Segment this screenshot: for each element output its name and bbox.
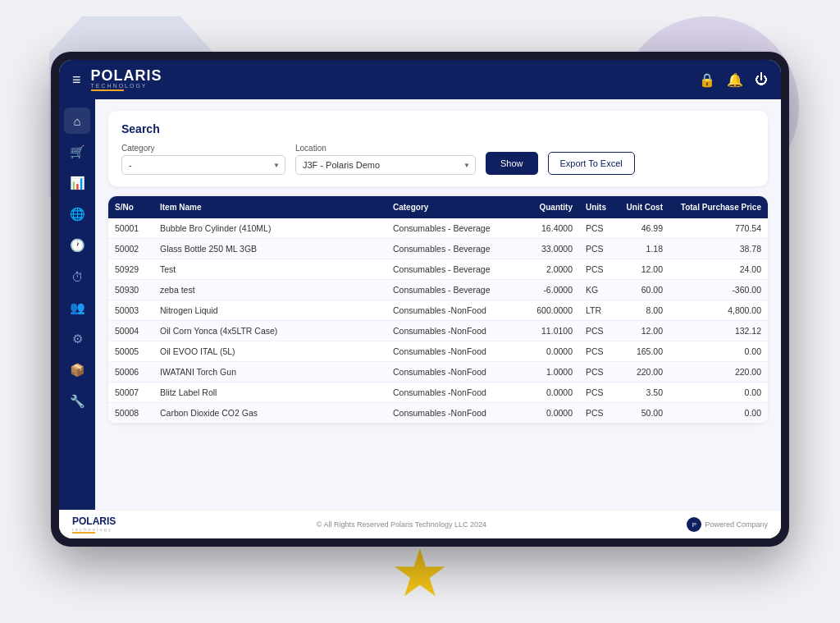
logo-bar: [91, 89, 124, 91]
show-button[interactable]: Show: [486, 152, 538, 175]
cell-item: Test: [153, 259, 386, 280]
sidebar-item-globe[interactable]: 🌐: [64, 201, 90, 227]
logo-subtitle: technology: [91, 83, 148, 89]
cell-total: 132.12: [669, 321, 768, 341]
logo: POLARIS technology: [91, 68, 162, 91]
cell-sno: 50007: [108, 383, 153, 403]
cell-unit-cost: 50.00: [616, 403, 669, 424]
search-title: Search: [121, 122, 755, 135]
sidebar-item-clock[interactable]: 🕐: [64, 232, 90, 259]
cell-sno: 50929: [108, 259, 153, 280]
table-row: 50002 Glass Bottle 250 ML 3GB Consumable…: [108, 239, 768, 259]
cell-qty: 0.0000: [518, 403, 579, 424]
category-group: Category -: [121, 144, 285, 175]
cell-sno: 50004: [108, 321, 153, 341]
sidebar-item-users[interactable]: 👥: [64, 295, 90, 321]
cell-qty: 16.4000: [518, 218, 579, 239]
table-row: 50003 Nitrogen Liquid Consumables -NonFo…: [108, 300, 768, 321]
sidebar-item-home[interactable]: ⌂: [64, 108, 90, 134]
navbar-left: ≡ POLARIS technology: [72, 68, 162, 91]
sidebar-item-cart[interactable]: 🛒: [64, 139, 90, 165]
cell-category: Consumables -NonFood: [386, 383, 518, 403]
cell-category: Consumables - Beverage: [386, 218, 518, 239]
content-area: Search Category - Location: [95, 99, 781, 510]
sidebar-item-chart[interactable]: 📊: [64, 170, 90, 196]
cell-total: -360.00: [669, 280, 768, 300]
cell-total: 38.78: [669, 239, 768, 259]
search-panel: Search Category - Location: [108, 111, 768, 186]
table-header-row: S/No Item Name Category Quantity Units U…: [108, 196, 768, 218]
table-container: S/No Item Name Category Quantity Units U…: [108, 196, 768, 424]
cell-total: 220.00: [669, 362, 768, 383]
cell-units: PCS: [579, 239, 616, 259]
cell-units: PCS: [579, 341, 616, 362]
sidebar-item-box[interactable]: 📦: [64, 357, 90, 383]
cell-units: PCS: [579, 383, 616, 403]
cell-units: PCS: [579, 218, 616, 239]
footer: POLARIS technology © All Rights Reserved…: [59, 510, 781, 538]
hamburger-icon[interactable]: ≡: [72, 71, 81, 89]
location-select-wrapper: J3F - Polaris Demo: [295, 155, 476, 175]
table-body: 50001 Bubble Bro Cylinder (410ML) Consum…: [108, 218, 768, 424]
cell-unit-cost: 3.50: [616, 383, 669, 403]
category-select[interactable]: -: [121, 155, 285, 175]
cell-sno: 50003: [108, 300, 153, 321]
col-header-category: Category: [386, 196, 518, 218]
sidebar: ⌂ 🛒 📊 🌐 🕐 ⏱ 👥 ⚙ 📦 🔧: [59, 99, 95, 510]
cell-sno: 50002: [108, 239, 153, 259]
cell-item: Carbon Dioxide CO2 Gas: [153, 403, 386, 424]
cell-item: zeba test: [153, 280, 386, 300]
location-group: Location J3F - Polaris Demo: [295, 144, 476, 175]
col-header-units: Units: [579, 196, 616, 218]
cell-sno: 50006: [108, 362, 153, 383]
col-header-quantity: Quantity: [518, 196, 579, 218]
cell-unit-cost: 12.00: [616, 321, 669, 341]
location-select[interactable]: J3F - Polaris Demo: [295, 155, 476, 175]
cell-total: 24.00: [669, 259, 768, 280]
table-row: 50008 Carbon Dioxide CO2 Gas Consumables…: [108, 403, 768, 424]
cell-units: PCS: [579, 362, 616, 383]
cell-sno: 50005: [108, 341, 153, 362]
lock-icon[interactable]: 🔒: [699, 72, 715, 88]
powered-label: Powered Company: [705, 520, 768, 529]
sidebar-item-settings2[interactable]: ⚙: [64, 326, 90, 352]
cell-unit-cost: 8.00: [616, 300, 669, 321]
cell-units: PCS: [579, 403, 616, 424]
footer-powered: P Powered Company: [687, 517, 768, 532]
location-label: Location: [295, 144, 476, 153]
cell-item: Blitz Label Roll: [153, 383, 386, 403]
main-layout: ⌂ 🛒 📊 🌐 🕐 ⏱ 👥 ⚙ 📦 🔧 Search Categ: [59, 99, 781, 510]
cell-category: Consumables -NonFood: [386, 321, 518, 341]
power-icon[interactable]: ⏻: [755, 72, 768, 87]
bell-icon[interactable]: 🔔: [727, 72, 743, 88]
sidebar-item-gear[interactable]: 🔧: [64, 388, 90, 415]
col-header-total: Total Purchase Price: [669, 196, 768, 218]
cell-total: 0.00: [669, 383, 768, 403]
export-button[interactable]: Export To Excel: [548, 152, 635, 175]
cell-category: Consumables - Beverage: [386, 280, 518, 300]
table-row: 50007 Blitz Label Roll Consumables -NonF…: [108, 383, 768, 403]
footer-logo-group: POLARIS technology: [72, 515, 116, 534]
col-header-unit-cost: Unit Cost: [616, 196, 669, 218]
cell-sno: 50001: [108, 218, 153, 239]
star-decoration: ★: [390, 541, 450, 607]
logo-text: POLARIS: [91, 68, 162, 83]
inventory-table: S/No Item Name Category Quantity Units U…: [108, 196, 768, 424]
cell-item: Bubble Bro Cylinder (410ML): [153, 218, 386, 239]
footer-logo-sub: technology: [72, 527, 116, 532]
cell-units: PCS: [579, 321, 616, 341]
cell-category: Consumables - Beverage: [386, 239, 518, 259]
cell-total: 770.54: [669, 218, 768, 239]
search-form: Category - Location J3F - Po: [121, 144, 755, 175]
cell-category: Consumables -NonFood: [386, 300, 518, 321]
cell-item: Glass Bottle 250 ML 3GB: [153, 239, 386, 259]
sidebar-item-history[interactable]: ⏱: [64, 263, 90, 290]
monitor: ≡ POLARIS technology 🔒 🔔 ⏻ ⌂ 🛒 📊 🌐: [51, 52, 789, 547]
cell-qty: 2.0000: [518, 259, 579, 280]
cell-sno: 50930: [108, 280, 153, 300]
navbar-right: 🔒 🔔 ⏻: [699, 72, 768, 88]
cell-units: KG: [579, 280, 616, 300]
cell-category: Consumables -NonFood: [386, 403, 518, 424]
cell-qty: 33.0000: [518, 239, 579, 259]
powered-icon: P: [687, 517, 701, 532]
